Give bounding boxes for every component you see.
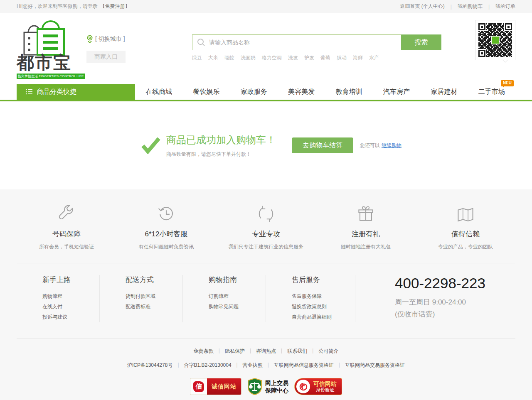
category-menu-button[interactable]: 商品分类快捷 [17, 84, 135, 100]
footer-col-aftersales: 售后服务 售后服务保障 退换货政策总则 自营商品退换细则 [266, 275, 355, 322]
logo-tagline: 指尖掌控生活 FINGERTIPS CONTROL LIFE [17, 74, 85, 79]
nav-item-online-mall[interactable]: 在线商城 [135, 84, 182, 100]
feature-title: 注册有礼 [316, 229, 416, 239]
history-clock-icon [158, 205, 175, 223]
separator: | [281, 348, 282, 355]
footer-link[interactable]: 配送费标准 [126, 302, 182, 312]
topbar-greeting: Hi!您好，欢迎来到宅客微购，请登录【免费注册】 [17, 3, 130, 10]
hot-keyword[interactable]: 洗发 [288, 54, 298, 61]
search-icon [197, 38, 206, 47]
feature-register-gift: 注册有礼 随时随地注册有大礼包 [316, 204, 416, 250]
footer-link[interactable]: 货到付款区域 [126, 291, 182, 302]
hot-keyword[interactable]: 大米 [208, 54, 218, 61]
feature-customer-service: 6*12小时客服 有任何问题随时免费资讯 [116, 204, 216, 250]
search-input[interactable] [209, 39, 397, 46]
home-link[interactable]: 返回首页 (个人中心) [400, 3, 444, 10]
feature-professional: 专业专攻 我们只专注于建筑行业的信息服务 [216, 204, 316, 250]
hot-keyword[interactable]: 脉动 [337, 54, 347, 61]
search-button[interactable]: 搜索 [401, 34, 441, 50]
feature-trustworthy: 值得信赖 专业的产品，专业的团队 [416, 204, 515, 250]
hotline-number: 400-2298-223 [395, 275, 515, 292]
footer-link[interactable]: 在线支付 [42, 302, 99, 312]
nav-item-dining[interactable]: 餐饮娱乐 [182, 84, 230, 100]
drug-info-cert-link[interactable]: 互联网药品信息服务资格证 [274, 362, 334, 369]
feature-title: 值得信赖 [416, 229, 515, 239]
nav-item-auto-realestate[interactable]: 汽车房产 [373, 84, 420, 100]
qr-finder-icon [505, 23, 512, 30]
merchant-entry-button[interactable]: 商家入口 [86, 51, 126, 63]
topbar: Hi!您好，欢迎来到宅客微购，请登录【免费注册】 返回首页 (个人中心) | 我… [0, 0, 532, 13]
footer-link[interactable]: 退换货政策总则 [292, 302, 355, 312]
logo-text: 都市宝 [17, 54, 83, 71]
login-link[interactable]: Hi!您好，欢迎来到宅客微购，请登录 [17, 3, 98, 9]
footer-link[interactable]: 售后服务保障 [292, 291, 355, 302]
hot-keyword[interactable]: 格力空调 [262, 54, 282, 61]
hot-keyword[interactable]: 葡萄 [320, 54, 330, 61]
qr-bubble-tail [502, 57, 508, 63]
hot-keyword[interactable]: 护发 [304, 54, 314, 61]
qr-pattern [478, 23, 512, 57]
hot-keyword[interactable]: 驱蚊 [224, 54, 234, 61]
certification-badges: 信 诚信网站 网上交易 保障中心 [0, 378, 532, 395]
my-cart-link[interactable]: 我的购物车 [458, 3, 483, 10]
bottom-link[interactable]: 隐私保护 [225, 348, 245, 355]
continue-shopping-link[interactable]: 继续购物 [382, 142, 401, 149]
hot-keyword[interactable]: 海鲜 [353, 54, 363, 61]
feature-desc: 所有会员，手机短信验证 [17, 243, 116, 250]
register-link[interactable]: 【免费注册】 [100, 3, 130, 9]
separator: | [236, 362, 238, 369]
switch-city-link[interactable]: [ 切换城市 ] [86, 35, 136, 43]
footer-link[interactable]: 自营商品退换细则 [292, 312, 355, 322]
footer-col-title: 新手上路 [42, 275, 99, 285]
shield-scales-icon [247, 378, 262, 395]
chengxin-badge[interactable]: 信 诚信网站 [190, 378, 241, 395]
gift-icon [357, 205, 374, 223]
site-logo[interactable]: 都市宝 指尖掌控生活 FINGERTIPS CONTROL LIFE [17, 17, 83, 79]
separator: | [312, 348, 313, 355]
footer-section: 号码保障 所有会员，手机短信验证 6*12小时客服 有任何问题随时免费资讯 [0, 189, 532, 400]
drug-trade-cert-link[interactable]: 互联网药品交易服务资格证 [345, 362, 405, 369]
wrench-icon [58, 205, 75, 223]
map-icon [456, 207, 475, 223]
bottom-link[interactable]: 公司简介 [318, 348, 338, 355]
hot-keyword[interactable]: 绿豆 [192, 54, 202, 61]
kexin-badge[interactable]: 可信网站 身份验证 [294, 378, 342, 395]
chengxin-label: 诚信网站 [207, 378, 241, 395]
nav-item-education[interactable]: 教育培训 [325, 84, 373, 100]
search-field [192, 34, 401, 50]
new-badge: NEU [501, 80, 514, 86]
go-to-cart-button[interactable]: 去购物车结算 [292, 137, 353, 153]
trade-protection-badge[interactable]: 网上交易 保障中心 [247, 378, 288, 395]
footer-bottom: 免责条款| 隐私保护| 咨询热点| 联系我们| 公司简介 沪ICP备130442… [0, 339, 532, 400]
business-license-link[interactable]: 营业执照 [243, 362, 263, 369]
qr-finder-icon [478, 50, 485, 57]
kexin-line2: 身份验证 [313, 387, 337, 393]
footer-link[interactable]: 订购流程 [209, 291, 266, 302]
footer-link[interactable]: 购物常见问题 [209, 302, 266, 312]
location-pin-icon [86, 35, 93, 43]
feature-desc: 我们只专注于建筑行业的信息服务 [216, 243, 316, 250]
feature-desc: 有任何问题随时免费资讯 [116, 243, 216, 250]
bottom-link[interactable]: 免责条款 [194, 348, 214, 355]
nav-item-housekeeping[interactable]: 家政服务 [230, 84, 278, 100]
qr-center-logo [491, 36, 500, 44]
nav-item-home-building[interactable]: 家居建材 [420, 84, 468, 100]
category-menu-label: 商品分类快捷 [37, 88, 76, 96]
nav-item-secondhand[interactable]: 二手市场 NEU [468, 84, 515, 100]
hotline-block: 400-2298-223 周一至周日 9:00-24:00 (仅收市话费) [355, 275, 515, 322]
bottom-link[interactable]: 咨询热点 [256, 348, 276, 355]
separator: | [339, 362, 340, 369]
feature-title: 专业专攻 [216, 229, 316, 239]
list-menu-icon [26, 89, 32, 95]
hot-keyword[interactable]: 水产 [369, 54, 379, 61]
hot-keyword[interactable]: 洗面奶 [241, 54, 256, 61]
footer-link[interactable]: 投诉与建议 [42, 312, 99, 322]
main-nav: 商品分类快捷 在线商城 餐饮娱乐 家政服务 美容美发 教育培训 汽车房产 家居建… [0, 84, 532, 101]
feature-desc: 随时随地注册有大礼包 [316, 243, 416, 250]
separator: | [219, 348, 220, 355]
footer-link[interactable]: 购物流程 [42, 291, 99, 302]
my-orders-link[interactable]: 我的订单 [495, 3, 515, 10]
feature-desc: 专业的产品，专业的团队 [416, 243, 515, 250]
nav-item-beauty[interactable]: 美容美发 [278, 84, 325, 100]
bottom-link[interactable]: 联系我们 [287, 348, 307, 355]
